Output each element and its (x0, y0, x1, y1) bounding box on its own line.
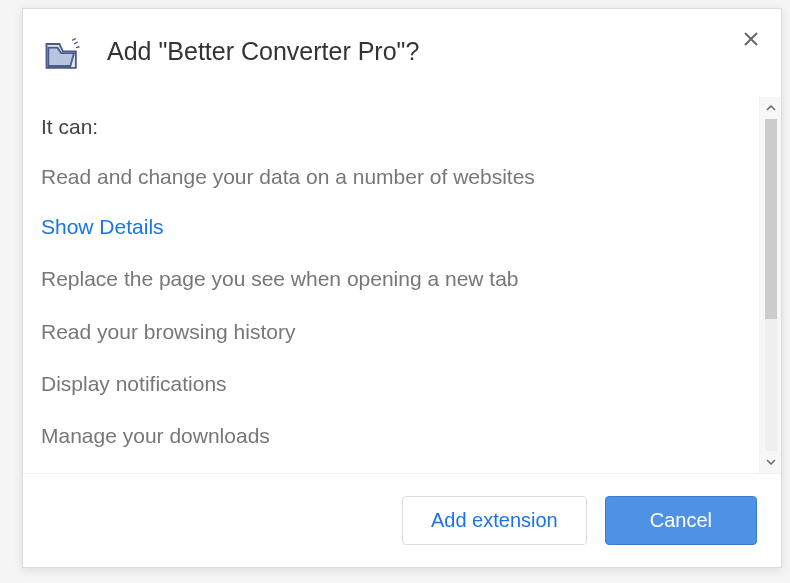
add-extension-button[interactable]: Add extension (402, 496, 587, 545)
permissions-content: It can: Read and change your data on a n… (23, 97, 759, 473)
dialog-header: Add "Better Converter Pro"? (23, 9, 781, 97)
chevron-down-icon (766, 459, 776, 465)
scroll-thumb[interactable] (765, 119, 777, 319)
scroll-track[interactable] (765, 119, 777, 451)
close-icon (743, 31, 759, 47)
chevron-up-icon (766, 105, 776, 111)
permission-item: Read your browsing history (41, 318, 739, 346)
permissions-intro: It can: (41, 115, 739, 139)
scroll-up-arrow[interactable] (760, 97, 782, 119)
scroll-down-arrow[interactable] (760, 451, 782, 473)
extension-icon (41, 33, 85, 77)
permission-item: Display notifications (41, 370, 739, 398)
permission-item: Replace the page you see when opening a … (41, 265, 739, 293)
dialog-title: Add "Better Converter Pro"? (107, 37, 419, 66)
show-details-link[interactable]: Show Details (41, 215, 739, 239)
permission-item: Read and change your data on a number of… (41, 163, 739, 191)
cancel-button[interactable]: Cancel (605, 496, 757, 545)
permission-item: Manage your downloads (41, 422, 739, 450)
content-wrapper: It can: Read and change your data on a n… (23, 97, 781, 473)
dialog-footer: Add extension Cancel (23, 473, 781, 567)
extension-install-dialog: Add "Better Converter Pro"? It can: Read… (22, 8, 782, 568)
scrollbar[interactable] (759, 97, 781, 473)
close-button[interactable] (737, 25, 765, 53)
